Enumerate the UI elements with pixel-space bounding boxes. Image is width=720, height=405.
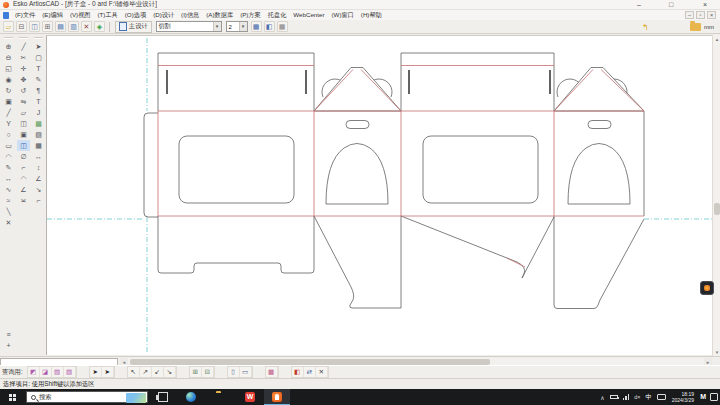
vertical-scrollbar[interactable]: ▴ ▾ [712, 35, 720, 356]
main-design-button[interactable]: 主设计 [115, 21, 152, 33]
measure-tool[interactable]: ∅ [17, 151, 30, 162]
menu-item[interactable]: (D)设计 [153, 11, 174, 20]
window-select-button[interactable]: ▯ [228, 367, 240, 377]
grid-snap-button[interactable]: ⊞ [190, 367, 202, 377]
close-button[interactable]: × [696, 0, 714, 10]
swap-button[interactable]: ⇄ [304, 367, 316, 377]
mdi-minimize-button[interactable]: – [685, 11, 694, 19]
view-options-tool[interactable]: ▣ [2, 96, 15, 107]
pointage-select[interactable]: 2 ▾ [226, 21, 248, 32]
close-design-button[interactable]: ✕ [81, 21, 92, 32]
copy-pages-button[interactable]: ▤ [55, 21, 66, 32]
menu-item[interactable]: (T)工具 [98, 11, 118, 20]
italic-text-tool[interactable]: J [32, 107, 45, 118]
snap-center-button[interactable]: ▧ [64, 367, 76, 377]
segment-tool[interactable]: ╲ [2, 206, 15, 217]
snap-endpoint-button[interactable]: ◩ [28, 367, 40, 377]
chevron-down-icon[interactable]: ▾ [213, 22, 221, 31]
print-button[interactable]: ⊟ [16, 21, 27, 32]
menu-item[interactable]: (F)文件 [15, 11, 35, 20]
select-add-button[interactable]: ➤ [102, 367, 114, 377]
battery-icon[interactable] [610, 395, 618, 399]
zoom-window-tool[interactable]: ◱ [2, 63, 15, 74]
vertical-scroll-thumb[interactable] [714, 203, 720, 215]
polyline-tool[interactable]: Y [2, 118, 15, 129]
convert-to-3d-tool[interactable]: ◫ [17, 140, 30, 151]
highlight-button[interactable]: ▩ [266, 367, 278, 377]
open-button[interactable]: ▱ [3, 21, 14, 32]
save-button[interactable]: ◫ [29, 21, 40, 32]
menu-item[interactable]: (I)信息 [181, 11, 199, 20]
minimize-button[interactable]: – [630, 0, 648, 10]
layers-toggle[interactable]: ◧ [264, 21, 275, 32]
select-line-tool[interactable]: ╱ [17, 41, 30, 52]
select-all-button[interactable]: ↘ [164, 367, 176, 377]
edit-point-tool[interactable]: ✎ [2, 162, 15, 173]
fillet-tool[interactable]: ◠ [17, 173, 30, 184]
text-edit-tool[interactable]: ✎ [32, 74, 45, 85]
align-tool[interactable]: ✛ [17, 63, 30, 74]
chamfer-tool[interactable]: ∠ [17, 184, 30, 195]
floating-widget[interactable] [700, 281, 714, 295]
image-tool[interactable]: ▦ [32, 140, 45, 151]
network-icon[interactable] [623, 394, 630, 400]
zoom-out-tool[interactable]: ⊖ [2, 52, 15, 63]
maximize-button[interactable]: □ [662, 0, 680, 10]
rotate-tool[interactable]: ↺ [17, 85, 30, 96]
line-type-select[interactable]: 切割 ▾ [156, 21, 222, 32]
text-tool[interactable]: T [32, 63, 45, 74]
snap-toggle[interactable]: ▦ [251, 21, 262, 32]
grid-show-button[interactable]: ⊟ [202, 367, 214, 377]
move-tool[interactable]: ✥ [17, 74, 30, 85]
menu-item[interactable]: (O)选项 [125, 11, 146, 20]
select-tool[interactable]: ➤ [32, 41, 45, 52]
menu-item[interactable]: (W)窗口 [332, 11, 354, 20]
taskbar-clock[interactable]: 18:19 2024/3/29 [672, 391, 694, 403]
snap-midpoint-button[interactable]: ◪ [40, 367, 52, 377]
menu-item[interactable]: (P)方案 [240, 11, 261, 20]
clear-button[interactable]: ✕ [316, 367, 328, 377]
arc-tool[interactable]: ◠ [2, 151, 15, 162]
paste-pages-button[interactable]: ▥ [68, 21, 79, 32]
stretch-tool[interactable]: ↔ [2, 173, 15, 184]
notification-center-icon[interactable] [710, 393, 718, 401]
menu-item[interactable]: (V)视图 [70, 11, 91, 20]
palette-grip[interactable] [34, 37, 43, 39]
add-tool[interactable]: + [2, 340, 15, 351]
rebuild-tool[interactable]: ↻ [2, 85, 15, 96]
palette-grip[interactable] [4, 37, 13, 39]
delete-tool[interactable]: ✕ [2, 217, 15, 228]
select-group-tool[interactable]: ▢ [32, 52, 45, 63]
rectangle-tool[interactable]: ▭ [2, 140, 15, 151]
dimension-arrow-tool[interactable]: ↘ [32, 184, 45, 195]
artioscad-taskbar-button[interactable] [264, 389, 290, 405]
m-app-tray-icon[interactable]: M [700, 393, 706, 400]
chevron-down-icon[interactable]: ▾ [239, 22, 247, 31]
leader-tool[interactable]: ⌐ [32, 195, 45, 206]
scroll-down-arrow[interactable]: ▾ [713, 348, 720, 356]
menu-item[interactable]: (A)数据库 [206, 11, 233, 20]
menu-item[interactable]: (H)帮助 [361, 11, 382, 20]
line-tool[interactable]: ╱ [2, 107, 15, 118]
mdi-restore-button[interactable]: ▫ [696, 11, 705, 19]
zoom-previous-tool[interactable]: ◉ [2, 74, 15, 85]
select-line-button[interactable]: ↗ [140, 367, 152, 377]
volume-muted-icon[interactable]: d× [634, 394, 640, 400]
cut-tool[interactable]: ✂ [17, 52, 30, 63]
ime-indicator[interactable]: 中 [646, 393, 653, 402]
dimension-angle-tool[interactable]: ∠ [32, 173, 45, 184]
start-button[interactable] [0, 389, 24, 405]
menu-item[interactable]: (E)编辑 [42, 11, 63, 20]
wps-office-icon[interactable]: W [245, 392, 255, 402]
fill-tool[interactable]: ▩ [32, 118, 45, 129]
layers-tool[interactable]: ≡ [2, 329, 15, 340]
copy-tool[interactable]: ▣ [17, 129, 30, 140]
hidden-icons-chevron[interactable]: ∧ [600, 394, 604, 401]
drawing-canvas[interactable] [46, 35, 712, 355]
crossing-select-button[interactable]: ▭ [240, 367, 252, 377]
text-style-tool[interactable]: T [32, 96, 45, 107]
undo-icon[interactable]: ↰ [642, 23, 649, 32]
task-view-button[interactable] [158, 392, 168, 402]
zoom-in-tool[interactable]: ⊕ [2, 41, 15, 52]
color-palette-button[interactable]: ◈ [94, 21, 105, 32]
